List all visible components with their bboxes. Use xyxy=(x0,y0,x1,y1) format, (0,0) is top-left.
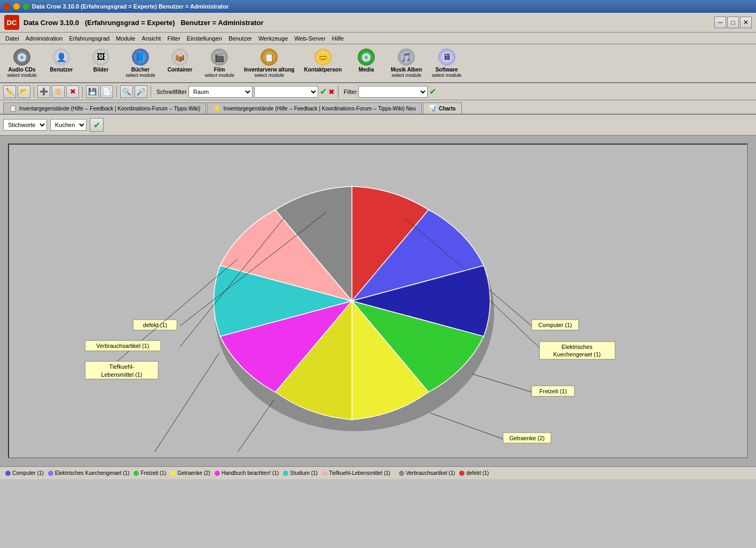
open-button[interactable]: 📂 xyxy=(18,85,30,98)
benutzer-icon: 👤 xyxy=(53,49,70,66)
app-header: DC Data Crow 3.10.0 (Erfahrungsgrad = Ex… xyxy=(0,13,756,33)
buecher-select: select module xyxy=(125,73,155,78)
module-bilder[interactable]: 🖼 Bilder xyxy=(82,46,120,80)
add-button[interactable]: ➕ xyxy=(37,85,50,98)
tab-inventar[interactable]: 📋 Inventargegenstände (Hilfe -- Feedback… xyxy=(3,102,206,114)
chart-container: defekt (1) Computer (1) Elektrisches Kue… xyxy=(8,144,748,458)
film-icon: 🎬 xyxy=(211,49,228,66)
module-software[interactable]: 🖥 Software select module xyxy=(428,46,466,80)
container-label: Container xyxy=(168,67,193,73)
buecher-icon: 📘 xyxy=(132,49,149,66)
schnellfilter-value-combo[interactable] xyxy=(254,86,318,98)
menu-hilfe[interactable]: Hilfe xyxy=(329,34,347,43)
line-handbuch xyxy=(198,400,274,452)
clone-button[interactable]: 🔆 xyxy=(52,85,65,98)
menu-benutzer[interactable]: Benutzer xyxy=(225,34,255,43)
window-minimize-btn[interactable]: ─ xyxy=(714,17,726,28)
legend-label-verbrauch: Verbrauchsartikel (1) xyxy=(406,470,455,476)
module-audio-cds[interactable]: 💿 Audio CDs select module xyxy=(3,46,41,80)
close-button[interactable] xyxy=(3,3,11,10)
benutzer-label: Benutzer xyxy=(50,67,73,73)
chart-field-select[interactable]: Stichworte Kategorie Raum Status xyxy=(3,119,47,131)
module-buecher[interactable]: 📘 Bücher select module xyxy=(122,46,159,80)
tab-charts-icon: 📊 xyxy=(429,105,437,112)
chart-apply-icon: ✔ xyxy=(93,120,100,130)
chart-type-select[interactable]: Kuchen Balken Linie xyxy=(50,119,86,131)
schnellfilter-combo[interactable]: Raum Stichworte Kategorie xyxy=(188,86,253,98)
kontakt-icon: 😊 xyxy=(314,49,332,66)
inventar-label: Inventarverw altung xyxy=(244,67,294,73)
legend-item-studium: Studium (1) xyxy=(283,470,318,476)
audio-cds-label: Audio CDs xyxy=(8,67,35,73)
module-media[interactable]: 💿 Media xyxy=(348,46,385,80)
module-film[interactable]: 🎬 Film select module xyxy=(201,46,238,80)
musik-select: select module xyxy=(392,73,422,78)
legend-dot-computer xyxy=(5,471,11,476)
legend-label-getraenke: Getraenke (2) xyxy=(177,470,210,476)
module-benutzer[interactable]: 👤 Benutzer xyxy=(43,46,80,80)
menu-webserver[interactable]: Web-Server xyxy=(291,34,328,43)
legend: Computer (1) Elektrisches Kuechengeraet … xyxy=(0,466,756,479)
bilder-label: Bilder xyxy=(93,67,108,73)
legend-label-freizeit: Freizeit (1) xyxy=(140,470,166,476)
line-getraenke xyxy=(430,413,503,439)
audio-cds-icon: 💿 xyxy=(13,49,30,66)
labeltext-tiefkuehl2: Lebensmittel (1) xyxy=(101,371,142,378)
filter-apply[interactable]: ✔ xyxy=(429,86,436,97)
film-select: select module xyxy=(204,73,234,78)
menu-filter[interactable]: Filter xyxy=(164,34,183,43)
musik-label: Musik Alben xyxy=(391,67,422,73)
window-restore-btn[interactable]: □ xyxy=(727,17,739,28)
edit-button[interactable]: ✏️ xyxy=(3,85,16,98)
labeltext-defekt: defekt (1) xyxy=(143,322,167,328)
legend-label-computer: Computer (1) xyxy=(12,470,44,476)
module-kontakt[interactable]: 😊 Kontaktperson xyxy=(300,46,345,80)
window-close-btn[interactable]: ✕ xyxy=(740,17,752,28)
chart-area: defekt (1) Computer (1) Elektrisches Kue… xyxy=(0,136,756,466)
toolbar-separator-3 xyxy=(116,86,117,98)
menu-einstellungen[interactable]: Einstellungen xyxy=(184,34,225,43)
minimize-button[interactable] xyxy=(13,3,20,10)
app-title: Data Crow 3.10.0 (Erfahrungsgrad = Exper… xyxy=(23,19,264,27)
legend-dot-handbuch xyxy=(215,471,220,476)
labeltext-freizeit: Freizeit (1) xyxy=(539,388,566,394)
menu-ansicht[interactable]: Ansicht xyxy=(138,34,164,43)
legend-dot-elektr xyxy=(48,471,53,476)
maximize-button[interactable] xyxy=(22,3,30,10)
action-toolbar: ✏️ 📂 ➕ 🔆 ✖ 💾 📄 🔍 🔎 Schnellfilter Raum St… xyxy=(0,83,756,100)
toolbar-separator-5 xyxy=(338,86,338,98)
labeltext-elektr1: Elektrisches xyxy=(562,344,593,350)
menu-datei[interactable]: Datei xyxy=(2,34,22,43)
title-bar: Data Crow 3.10.0 (Erfahrungsgrad = Exper… xyxy=(0,0,756,13)
legend-label-defekt: defekt (1) xyxy=(466,470,489,476)
legend-label-handbuch: Handbuch beachten! (1) xyxy=(222,470,279,476)
filter-combo[interactable] xyxy=(358,86,428,98)
menu-module[interactable]: Module xyxy=(113,34,138,43)
save-all-button[interactable]: 📄 xyxy=(100,85,113,98)
schnellfilter-apply[interactable]: ✔ xyxy=(320,86,327,97)
schnellfilter-label: Schnellfilter xyxy=(156,89,187,95)
schnellfilter-clear[interactable]: ✖ xyxy=(328,88,335,96)
software-select: select module xyxy=(432,73,462,78)
tab-charts[interactable]: 📊 Charts xyxy=(423,102,462,114)
module-inventar[interactable]: 📋 Inventarverw altung select module xyxy=(240,46,298,80)
delete-button[interactable]: ✖ xyxy=(66,85,79,98)
module-container[interactable]: 📦 Container xyxy=(161,46,199,80)
legend-label-tiefkuehl: Tiefkuehl-Lebensmittel (1) xyxy=(329,470,390,476)
module-musik[interactable]: 🎵 Musik Alben select module xyxy=(387,46,426,80)
tab-inventar-neu[interactable]: ⭐ Inventargegenstände (Hilfe -- Feedback… xyxy=(207,102,422,114)
film-label: Film xyxy=(214,67,225,73)
chart-apply-button[interactable]: ✔ xyxy=(90,118,104,132)
legend-item-elektr: Elektrisches Kuechengeraet (1) xyxy=(48,470,130,476)
legend-item-verbrauch: Verbrauchsartikel (1) xyxy=(399,470,455,476)
legend-dot-studium xyxy=(283,471,288,476)
tab-inventar-neu-label: Inventargegenstände (Hilfe -- Feedback |… xyxy=(223,106,416,112)
save-button[interactable]: 💾 xyxy=(86,85,99,98)
menu-erfahrungsgrad[interactable]: Erfahrungsgrad xyxy=(66,34,113,43)
menu-administration[interactable]: Administration xyxy=(22,34,66,43)
tabs-bar: 📋 Inventargegenstände (Hilfe -- Feedback… xyxy=(0,100,756,115)
zoom-out-button[interactable]: 🔎 xyxy=(135,85,147,98)
toolbar-separator-2 xyxy=(82,86,83,98)
zoom-in-button[interactable]: 🔍 xyxy=(120,85,133,98)
menu-werkzeuge[interactable]: Werkzeuge xyxy=(255,34,291,43)
